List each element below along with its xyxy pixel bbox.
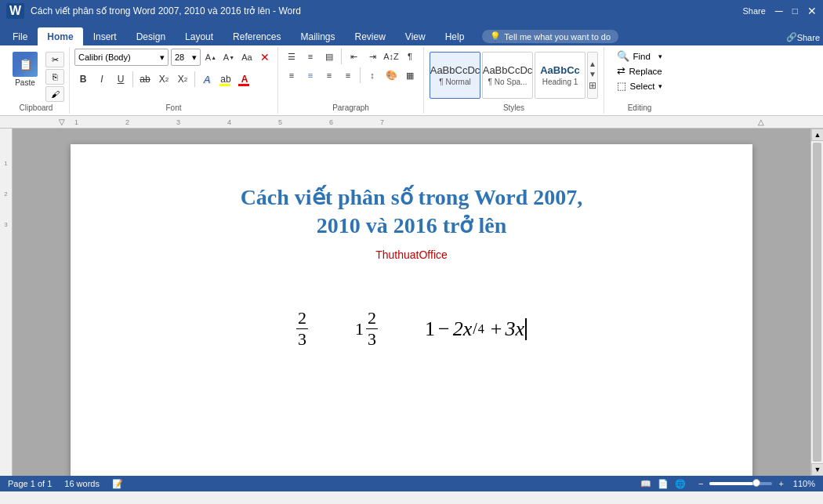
text-effects-button[interactable]: A	[198, 71, 216, 88]
increase-indent-button[interactable]: ⇥	[364, 49, 381, 64]
subscript-button[interactable]: X2	[155, 71, 172, 88]
bold-button[interactable]: B	[74, 71, 92, 88]
tab-file[interactable]: File	[3, 27, 37, 45]
change-case-button[interactable]: Aa	[239, 49, 255, 65]
numbering-button[interactable]: ≡	[302, 49, 319, 64]
status-bar: Page 1 of 1 16 words 📝 📖 📄 🌐 − + 110%	[0, 476, 823, 491]
language-icon[interactable]: 📝	[112, 479, 123, 489]
font-name-selector[interactable]: Calibri (Body) ▾	[74, 49, 169, 66]
font-color-button[interactable]: A	[236, 71, 253, 88]
line-spacing-button[interactable]: ↕	[364, 67, 381, 83]
document-title: Cách viết phân số trong Word 2007, 2010 …	[133, 183, 690, 241]
zoom-level[interactable]: 110%	[793, 479, 815, 488]
share-button[interactable]: Share	[742, 6, 765, 16]
find-button[interactable]: 🔍 Find ▾	[614, 49, 666, 63]
para-divider1	[341, 49, 342, 64]
view-read-button[interactable]: 📖	[640, 479, 651, 489]
show-formatting-button[interactable]: ¶	[401, 49, 419, 64]
replace-icon: ⇄	[617, 65, 625, 77]
style-normal[interactable]: AaBbCcDc ¶ Normal	[430, 52, 480, 99]
font-name-dropdown-icon: ▾	[160, 53, 165, 63]
highlight-button[interactable]: ab	[217, 71, 234, 88]
paste-button[interactable]: 📋 Paste	[8, 49, 42, 90]
select-button[interactable]: ⬚ Select ▾	[614, 78, 666, 93]
ruler-tick: 4	[227, 118, 231, 126]
decrease-font-button[interactable]: A▼	[221, 49, 237, 65]
right-scrollbar[interactable]: ▲ ▼	[810, 129, 823, 476]
bullets-button[interactable]: ☰	[283, 49, 300, 64]
tab-insert[interactable]: Insert	[84, 27, 126, 45]
italic-button[interactable]: I	[93, 71, 111, 88]
styles-label: Styles	[503, 102, 524, 112]
zoom-minus-button[interactable]: −	[698, 479, 703, 488]
share-btn-tab[interactable]: 🔗 Share	[786, 32, 823, 45]
cut-button[interactable]: ✂	[45, 52, 64, 67]
clipboard-label: Clipboard	[20, 102, 53, 112]
tab-design[interactable]: Design	[127, 27, 175, 45]
scroll-up-button[interactable]: ▲	[811, 129, 823, 141]
ruler-right-marker: △	[758, 118, 764, 126]
clipboard-small-buttons: ✂ ⎘ 🖌	[45, 49, 64, 102]
find-icon: 🔍	[617, 50, 629, 62]
para-row1: ☰ ≡ ▤ ⇤ ⇥ A↕Z ¶	[283, 49, 419, 64]
style-heading1[interactable]: AaBbCc Heading 1	[535, 52, 586, 99]
tab-view[interactable]: View	[396, 27, 435, 45]
styles-group: AaBbCcDc ¶ Normal AaBbCcDc ¶ No Spa... A…	[424, 47, 604, 114]
align-right-button[interactable]: ≡	[321, 67, 338, 83]
superscript-button[interactable]: X2	[174, 71, 191, 88]
font-format-row: B I U ab X2 X2 A ab A	[74, 71, 253, 88]
styles-scroll-button[interactable]: ▲ ▼ ⊞	[587, 52, 598, 99]
borders-button[interactable]: ▦	[401, 67, 419, 83]
increase-font-button[interactable]: A▲	[203, 49, 219, 65]
ruler: ▽ 1 2 3 4 5 6 7 △	[0, 116, 823, 129]
tab-review[interactable]: Review	[345, 27, 394, 45]
style-normal-label: ¶ Normal	[439, 78, 470, 86]
ruler-tick: 1	[74, 118, 78, 126]
minimize-button[interactable]: ─	[775, 5, 783, 17]
clipboard-content: 📋 Paste ✂ ⎘ 🖌	[8, 49, 64, 102]
shading-button[interactable]: 🎨	[382, 67, 400, 83]
clear-format-button[interactable]: ✕	[257, 49, 273, 65]
align-center-button[interactable]: ≡	[302, 67, 319, 83]
strikethrough-button[interactable]: ab	[136, 71, 154, 88]
zoom-slider-thumb[interactable]	[752, 479, 760, 487]
font-content: Calibri (Body) ▾ 28 ▾ A▲ A▼ Aa ✕ B I U a…	[74, 49, 273, 102]
copy-button[interactable]: ⎘	[45, 69, 64, 85]
editing-label: Editing	[628, 102, 652, 112]
maximize-button[interactable]: □	[792, 5, 798, 16]
sort-button[interactable]: A↕Z	[382, 49, 400, 64]
style-no-space[interactable]: AaBbCcDc ¶ No Spa...	[482, 52, 533, 99]
align-left-button[interactable]: ≡	[283, 67, 300, 83]
document-subtitle: ThuthuatOffice	[133, 248, 690, 261]
document-area[interactable]: Cách viết phân số trong Word 2007, 2010 …	[13, 129, 810, 476]
multilevel-button[interactable]: ▤	[321, 49, 338, 64]
justify-button[interactable]: ≡	[339, 67, 357, 83]
mixed-fraction: 2 3	[366, 308, 378, 350]
paragraph-group: ☰ ≡ ▤ ⇤ ⇥ A↕Z ¶ ≡ ≡ ≡ ≡ ↕ 🎨 ▦ Paragraph	[278, 47, 424, 114]
tab-home[interactable]: Home	[38, 27, 82, 45]
tab-layout[interactable]: Layout	[176, 27, 223, 45]
tell-me-input[interactable]: 💡 Tell me what you want to do	[482, 30, 618, 43]
status-left: Page 1 of 1 16 words 📝	[8, 479, 123, 489]
tab-mailings[interactable]: Mailings	[291, 27, 344, 45]
replace-button[interactable]: ⇄ Replace	[614, 63, 666, 78]
style-normal-preview: AaBbCcDc	[430, 64, 480, 76]
font-size-selector[interactable]: 28 ▾	[171, 49, 201, 66]
scroll-thumb[interactable]	[813, 143, 821, 462]
zoom-slider[interactable]	[709, 482, 772, 485]
tab-references[interactable]: References	[223, 27, 290, 45]
tab-help[interactable]: Help	[436, 27, 474, 45]
close-button[interactable]: ✕	[807, 5, 817, 17]
para-divider2	[360, 67, 361, 83]
view-print-button[interactable]: 📄	[658, 479, 669, 489]
view-web-button[interactable]: 🌐	[675, 479, 686, 489]
decrease-indent-button[interactable]: ⇤	[345, 49, 362, 64]
underline-button[interactable]: U	[112, 71, 129, 88]
zoom-plus-button[interactable]: +	[778, 479, 783, 488]
style-heading1-label: Heading 1	[542, 78, 578, 86]
scroll-down-button[interactable]: ▼	[811, 463, 823, 476]
document-page[interactable]: Cách viết phân số trong Word 2007, 2010 …	[71, 144, 752, 476]
styles-content: AaBbCcDc ¶ Normal AaBbCcDc ¶ No Spa... A…	[430, 49, 598, 102]
format-painter-button[interactable]: 🖌	[45, 86, 64, 102]
status-right: 📖 📄 🌐 − + 110%	[640, 479, 815, 489]
